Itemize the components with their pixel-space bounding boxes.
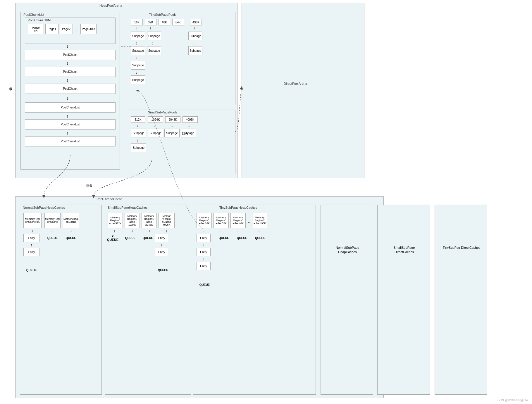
tiny-496k: 496K bbox=[190, 19, 202, 25]
pool-chunk-list-1: PoolChunkList bbox=[25, 102, 116, 113]
ta5: ↓ bbox=[194, 26, 196, 30]
small-sp-5: Subpage bbox=[131, 143, 146, 152]
tiny-sp-1-1: Subpage bbox=[131, 32, 145, 40]
s-queue-3: QUEUE bbox=[140, 234, 156, 242]
tiny-sub-page-heap-caches-label: TinySubPageHeapCaches bbox=[219, 206, 257, 209]
mrc-4096k: Memor yRegio nCache 4096K bbox=[159, 213, 175, 228]
pool-chunk-1: PoolChunk bbox=[25, 50, 116, 60]
n-queue-bottom: QUEUE bbox=[23, 266, 39, 274]
s-arrow-3: ↓ bbox=[149, 229, 151, 233]
tiny-sp-2-2: Subpage bbox=[147, 46, 161, 55]
arrow-chunk-3: ↕ bbox=[66, 78, 68, 83]
t-arrow-2: ↓ bbox=[220, 229, 222, 233]
n-arrow-1: ↓ bbox=[32, 229, 34, 233]
tiny-direct-label: TinySubPag DirectCaches bbox=[441, 246, 482, 250]
pool-chunk-list-label: PoolChunkList bbox=[23, 13, 44, 16]
main-container: HeapPoolArena DirectPoolArena PoolChunkL… bbox=[0, 0, 532, 404]
t-entry-3: Entry bbox=[197, 262, 211, 270]
recycle-label-3: 回收 bbox=[86, 184, 93, 188]
page1-box: Page1 bbox=[45, 24, 58, 34]
tiny-48k: 48K bbox=[159, 19, 170, 25]
sa4: ↓ bbox=[188, 123, 190, 128]
tiny-64k: 64K bbox=[172, 19, 184, 25]
t-entry-arrow-1: ↓ bbox=[203, 243, 205, 247]
small-sp-1: Subpage bbox=[131, 129, 146, 137]
tiny-sp-arrow-1: ↕ bbox=[136, 41, 138, 45]
tmrc-16k: Memory RegionC ache 16K bbox=[197, 213, 212, 228]
small-sub-page-direct-box bbox=[377, 205, 430, 395]
tiny-sp-arrow-2: ↕ bbox=[152, 41, 154, 45]
tiny-sub-page-heap-caches-box bbox=[193, 205, 316, 395]
small-sub-page-heap-caches-label: SmallSubPageHeapCaches bbox=[108, 206, 147, 209]
tmrc-496k: Memory RegionC ache 496K bbox=[252, 213, 267, 228]
tmrc-48k: Memory RegionC ache 48K bbox=[230, 213, 246, 228]
arrow-chunklist-2: ↕ bbox=[66, 113, 68, 119]
n-entry-2: Entry bbox=[23, 248, 39, 256]
tiny-sp-1-2: Subpage bbox=[147, 32, 161, 40]
mrc-512k: Memory RegionC ache 512K bbox=[108, 213, 123, 228]
tiny-sub-page-pools-label: TinySubPagePools bbox=[149, 13, 176, 16]
tiny-sp-4-1: Subpage bbox=[131, 75, 145, 84]
tmrc-32k: Memory RegionC ache 32K bbox=[214, 213, 229, 228]
s-queue-1: ▼ QUEUE bbox=[105, 234, 121, 242]
t-queue-4: QUEUE bbox=[252, 234, 268, 242]
small-2048k: 2048K bbox=[165, 116, 180, 123]
tiny-32k: 32K bbox=[145, 19, 156, 25]
pool-chunk-2: PoolChunk bbox=[25, 67, 116, 77]
tiny-sp-arrow2-1: ↓ bbox=[136, 56, 138, 60]
t-entry-2: Entry bbox=[197, 248, 211, 256]
recycle-label-2: 回收 bbox=[182, 132, 188, 136]
normal-direct-label: NormalSubPage HeapCaches bbox=[327, 246, 368, 255]
s-arrow-1: ↓ bbox=[113, 229, 116, 233]
pages-ellipsis: ... bbox=[75, 28, 77, 31]
small-sp-arrow: ↓ bbox=[136, 138, 138, 142]
page2-box: Page2 bbox=[60, 24, 73, 34]
sa1: ↓ bbox=[136, 123, 138, 128]
tiny-ellipsis: ... bbox=[186, 20, 188, 24]
ta2: ↓ bbox=[149, 26, 151, 30]
direct-pool-arena-box bbox=[242, 3, 364, 178]
s-queue-2: QUEUE bbox=[122, 234, 138, 242]
small-direct-label: SmallSubPage DirectCaches bbox=[384, 246, 425, 255]
t-entry-1: Entry bbox=[197, 234, 211, 242]
small-4096k: 4096K bbox=[183, 116, 198, 123]
tiny-sp-2-1: Subpage bbox=[131, 46, 145, 55]
s-arrow-2: ↓ bbox=[131, 229, 133, 233]
mrc-normal-2: MemoryRegi onCache bbox=[44, 213, 61, 228]
small-sub-page-heap-caches-box bbox=[105, 205, 191, 395]
s-entry-2: Entry bbox=[155, 248, 168, 256]
sa2: ↓ bbox=[154, 123, 156, 128]
small-sp-2: Subpage bbox=[148, 129, 163, 137]
small-sp-3: Subpage bbox=[164, 129, 180, 137]
sa3: ↓ bbox=[171, 123, 173, 128]
n-entry-1: Entry bbox=[23, 234, 39, 242]
mrc-2048k: Memory RegionC ache 2048K bbox=[142, 213, 157, 228]
watermark-text: CSDN @wenxueliu@HW bbox=[495, 398, 528, 402]
small-sub-page-pools-label: SmallSubPagePools bbox=[148, 111, 177, 114]
t-queue-1: QUEUE bbox=[197, 281, 213, 289]
n-queue-3: QUEUE bbox=[63, 234, 79, 242]
t-arrow-1: ↓ bbox=[203, 229, 205, 233]
page0-box: Page08K bbox=[28, 24, 44, 34]
normal-sub-page-heap-caches-label: NormalSubPageHeapCaches bbox=[23, 206, 65, 209]
t-arrow-3: ↓ bbox=[237, 229, 239, 233]
pool-thread-cache-label: PoolThreadCache bbox=[97, 197, 123, 201]
pool-chunk-list-2: PoolChunkList bbox=[25, 119, 116, 130]
tiny-sub-page-direct-box bbox=[435, 205, 487, 395]
s-entry-arrow: ↓ bbox=[161, 243, 163, 247]
normal-sub-page-heap-caches-box bbox=[20, 205, 102, 395]
t-queue-2: QUEUE bbox=[216, 234, 232, 242]
n-arrow-2: ↓ bbox=[52, 229, 54, 233]
ta1: ↓ bbox=[136, 26, 138, 30]
small-512k: 512K bbox=[131, 116, 145, 123]
tiny-sp-arrow-3: ↕ bbox=[193, 41, 195, 45]
tiny-sp-arrow3-1: ↓ bbox=[136, 70, 138, 75]
tiny-sub-page-pools-box bbox=[126, 12, 235, 105]
tiny-16k: 16K bbox=[131, 19, 143, 25]
direct-pool-arena-label: DirectPoolArena bbox=[284, 82, 307, 85]
mrc-normal-3: MemoryRegi onCache bbox=[63, 213, 79, 228]
pool-chunk-list-3: PoolChunkList bbox=[25, 136, 116, 146]
t-queue-3: QUEUE bbox=[234, 234, 250, 242]
normal-sub-page-direct-box bbox=[321, 205, 373, 395]
tiny-sp-1-3: Subpage bbox=[188, 32, 202, 40]
